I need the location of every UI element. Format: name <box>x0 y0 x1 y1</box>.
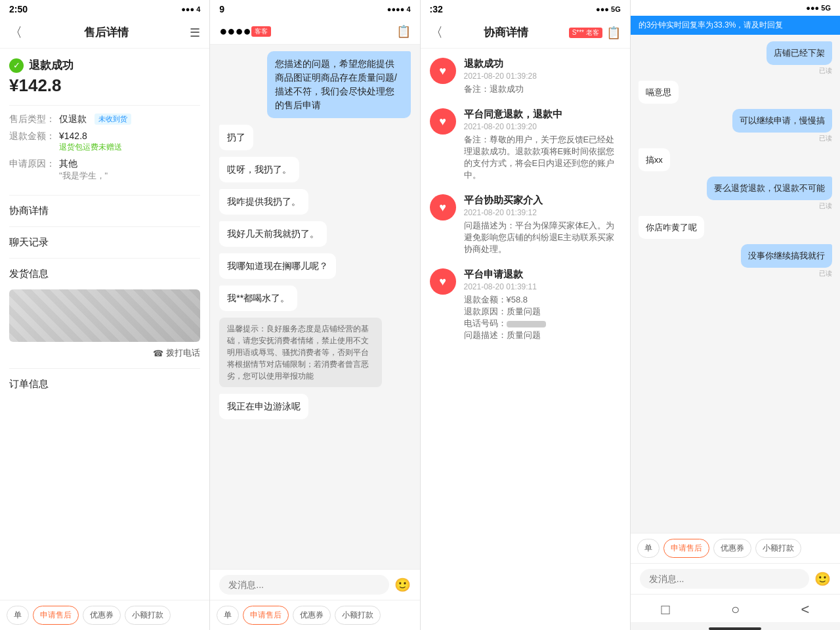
timeline-title-3: 平台申请退款 <box>464 268 621 281</box>
chat-link[interactable]: 聊天记录 <box>9 226 200 258</box>
notice-bar: 的3分钟实时回复率为33.3%，请及时回复 <box>631 16 840 35</box>
timeline-title-2: 平台协助买家介入 <box>464 194 621 207</box>
delivery-section: 发货信息 ☎ 拨打电话 <box>9 258 200 368</box>
p4-action-btn-coupon[interactable]: 优惠券 <box>713 539 751 558</box>
signal-icons-panel3: ●●● 5G <box>596 5 621 13</box>
p4-bubble-3: 搞xx <box>639 148 670 172</box>
timeline-item-3: ♥ 平台申请退款 2021-08-20 01:39:11 退款金额：¥58.8 … <box>430 268 621 341</box>
p2-action-btn-order[interactable]: 单 <box>217 606 239 625</box>
p4-read-2: 已读 <box>732 134 832 143</box>
info-row-type: 售后类型： 仅退款 未收到货 <box>9 114 200 125</box>
time-panel3: :32 <box>430 4 443 14</box>
p4-action-btn-aftersale[interactable]: 申请售后 <box>663 539 709 558</box>
chat-msg-6: 我哪知道现在搁哪儿呢？ <box>219 253 336 279</box>
p2-action-btn-coupon[interactable]: 优惠券 <box>293 606 331 625</box>
phone-line: 电话号码： <box>464 318 546 328</box>
chat-header-icon-right[interactable]: 📋 <box>396 24 411 39</box>
timeline-note-0: 备注：退款成功 <box>464 83 621 95</box>
nav-circle-icon[interactable]: ○ <box>731 601 740 618</box>
time-panel2: 9 <box>219 4 224 14</box>
panel-negotiation-chat: ●●● 5G 的3分钟实时回复率为33.3%，请及时回复 店铺已经下架 已读 嗝… <box>631 0 840 630</box>
heart-icon-1: ♥ <box>439 115 446 129</box>
timeline-title-0: 退款成功 <box>464 58 621 70</box>
call-button[interactable]: ☎ 拨打电话 <box>9 347 200 359</box>
nav-icon-panel3[interactable]: 📋 <box>606 26 621 40</box>
action-bar-panel1: 单 申请售后 优惠券 小额打款 <box>0 600 209 630</box>
info-row-amount: 退款金额： ¥142.8 退货包运费未赠送 <box>9 131 200 153</box>
action-bar-panel2: 单 申请售后 优惠券 小额打款 <box>210 600 419 630</box>
p4-msg-1: 嗝意思 <box>639 81 679 104</box>
p4-msg-6: 没事你继续搞我就行 已读 <box>741 244 832 278</box>
p4-input-bar: 🙂 <box>631 563 840 594</box>
p4-bubble-2: 可以继续申请，慢慢搞 <box>732 109 832 133</box>
signal-icons-panel4: ●●● 5G <box>806 4 831 12</box>
shipping-tag: 退货包运费未赠送 <box>59 142 122 152</box>
menu-icon-panel1[interactable]: ☰ <box>190 26 200 40</box>
status-bar-panel1: 2:50 ●●● 4 <box>0 0 209 18</box>
timeline-date-1: 2021-08-20 01:39:20 <box>464 122 621 131</box>
heart-icon-3: ♥ <box>439 275 446 289</box>
delivery-image <box>9 289 200 342</box>
timeline-body-3: 平台申请退款 2021-08-20 01:39:11 退款金额：¥58.8 退款… <box>464 268 621 341</box>
reason-label: 申请原因： <box>9 158 55 170</box>
timeline-date-0: 2021-08-20 01:39:28 <box>464 72 621 81</box>
p4-chat-input[interactable] <box>640 569 809 589</box>
p4-bubble-0: 店铺已经下架 <box>766 41 832 65</box>
panel-chat: 9 ●●●● 4 ●●●● 客客 📋 您描述的问题，希望您能提供商品图证明商品存… <box>210 0 420 630</box>
chat-msg-7: 我**都喝水了。 <box>219 285 297 311</box>
p4-action-btn-smallpay[interactable]: 小额打款 <box>755 539 801 558</box>
chat-input-bar: 🙂 <box>210 569 419 600</box>
reason-value: 其他 <box>59 158 77 169</box>
refund-amount-line: 退款金额：¥58.8 <box>464 295 528 304</box>
nav-square-icon[interactable]: □ <box>661 601 669 618</box>
chat-bubble-6: 我哪知道现在搁哪儿呢？ <box>219 253 336 279</box>
action-btn-smallpay[interactable]: 小额打款 <box>125 606 171 625</box>
chat-bubble-9: 我正在申边游泳呢 <box>219 394 308 419</box>
chat-header: ●●●● 客客 📋 <box>210 18 419 45</box>
p2-action-btn-smallpay[interactable]: 小额打款 <box>335 606 381 625</box>
signal-icon2: ●●●● 4 <box>387 5 411 13</box>
panel-negotiation: :32 ●●● 5G 〈 协商详情 S*** 老客 📋 ♥ 退款成功 2021-… <box>421 0 631 630</box>
timeline-body-0: 退款成功 2021-08-20 01:39:28 备注：退款成功 <box>464 58 621 95</box>
timeline-title-1: 平台同意退款，退款中 <box>464 108 621 121</box>
p4-emoji-icon[interactable]: 🙂 <box>814 571 831 587</box>
page-title-panel3: 协商详情 <box>484 25 528 40</box>
time-panel1: 2:50 <box>9 4 28 14</box>
signal-icon4: ●●● 5G <box>806 4 831 12</box>
page-title-panel1: 售后详情 <box>84 25 129 40</box>
p4-messages-list: 店铺已经下架 已读 嗝意思 可以继续申请，慢慢搞 已读 搞xx 要么退货退款，仅… <box>631 35 840 533</box>
timeline-note-3: 退款金额：¥58.8 退款原因：质量问题 电话号码： 问题描述：质量问题 <box>464 294 621 341</box>
type-value: 仅退款 <box>59 114 87 125</box>
refund-success-title: 退款成功 <box>29 58 74 73</box>
emoji-icon[interactable]: 🙂 <box>394 577 411 593</box>
negotiation-link[interactable]: 协商详情 <box>9 195 200 226</box>
chat-bubble-2: 扔了 <box>219 125 253 150</box>
action-btn-coupon[interactable]: 优惠券 <box>83 606 121 625</box>
chat-input[interactable] <box>219 575 388 595</box>
call-label: 拨打电话 <box>166 347 200 359</box>
refund-amount: ¥142.8 <box>9 75 200 96</box>
action-btn-order[interactable]: 单 <box>7 606 29 625</box>
p2-action-btn-aftersale[interactable]: 申请售后 <box>243 606 289 625</box>
panel1-scroll-content: ✓ 退款成功 ¥142.8 售后类型： 仅退款 未收到货 退款金额： ¥142.… <box>0 49 209 600</box>
phone-icon: ☎ <box>153 348 163 358</box>
delivery-link[interactable]: 发货信息 <box>9 268 200 289</box>
chat-bubble-5: 我好几天前我就扔了。 <box>219 221 327 247</box>
back-button-panel1[interactable]: 〈 <box>9 24 22 41</box>
signal-icons-panel2: ●●●● 4 <box>387 5 411 13</box>
back-button-panel3[interactable]: 〈 <box>430 24 443 41</box>
check-icon: ✓ <box>9 58 24 73</box>
nav-back-icon[interactable]: < <box>801 601 810 618</box>
chat-messages-list: 您描述的问题，希望您能提供商品图证明商品存在质量问题/描述不符，我们会尽快处理您… <box>210 45 419 569</box>
p4-action-btn-order[interactable]: 单 <box>637 539 660 558</box>
timeline-body-2: 平台协助买家介入 2021-08-20 01:39:12 问题描述为：平台为保障… <box>464 194 621 255</box>
order-link[interactable]: 订单信息 <box>9 368 200 400</box>
panel-aftersale-detail: 2:50 ●●● 4 〈 售后详情 ☰ ✓ 退款成功 ¥142.8 售后类型： … <box>0 0 210 630</box>
timeline-icon-0: ♥ <box>430 58 456 84</box>
action-btn-aftersale[interactable]: 申请售后 <box>33 606 79 625</box>
nav-panel1: 〈 售后详情 ☰ <box>0 18 209 49</box>
status-bar-panel3: :32 ●●● 5G <box>421 0 630 18</box>
heart-icon-2: ♥ <box>439 201 446 215</box>
refund-success-banner: ✓ 退款成功 <box>9 58 200 73</box>
p4-read-0: 已读 <box>766 66 832 75</box>
